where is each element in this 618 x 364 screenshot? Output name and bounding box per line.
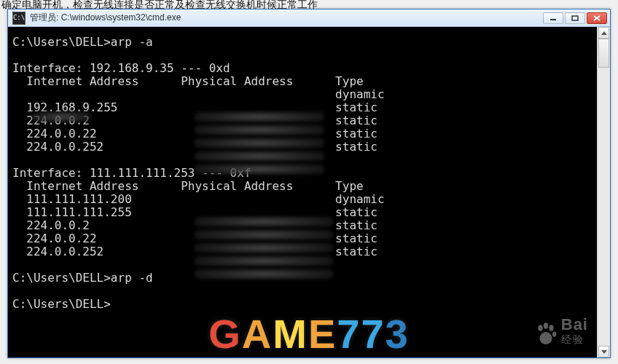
scroll-track[interactable] <box>598 39 609 346</box>
terminal-output[interactable]: C:\Users\DELL>arp -a Interface: 192.168.… <box>8 27 597 357</box>
redaction <box>195 151 324 162</box>
redaction <box>195 164 324 175</box>
scroll-down-button[interactable] <box>598 346 609 357</box>
svg-rect-1 <box>572 16 578 20</box>
vertical-scrollbar[interactable] <box>597 27 610 357</box>
redaction <box>195 269 333 280</box>
redaction <box>195 242 333 253</box>
redaction <box>195 256 333 266</box>
window-buttons <box>543 12 607 24</box>
cmd-icon: C:\ <box>12 12 26 25</box>
redaction <box>195 229 333 240</box>
redaction <box>195 124 324 135</box>
scroll-thumb[interactable] <box>598 39 609 68</box>
redaction <box>195 138 324 149</box>
redaction <box>195 111 324 122</box>
minimize-button[interactable] <box>543 12 563 24</box>
close-button[interactable] <box>587 12 607 24</box>
maximize-button[interactable] <box>565 12 585 24</box>
redaction <box>195 216 333 227</box>
titlebar[interactable]: C:\ 管理员: C:\windows\system32\cmd.exe <box>8 9 610 27</box>
scroll-up-button[interactable] <box>598 27 609 39</box>
client-area: C:\Users\DELL>arp -a Interface: 192.168.… <box>8 27 610 357</box>
cmd-window: C:\ 管理员: C:\windows\system32\cmd.exe C:\… <box>7 9 611 358</box>
window-title: 管理员: C:\windows\system32\cmd.exe <box>30 12 543 24</box>
redaction <box>31 111 91 122</box>
